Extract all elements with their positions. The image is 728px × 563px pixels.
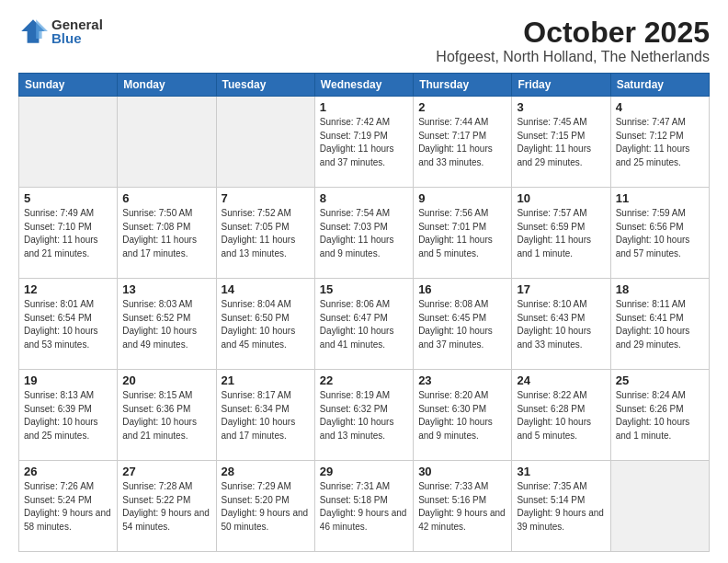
day-number: 15 [320, 282, 408, 296]
calendar-cell-w5-d7 [610, 461, 709, 552]
day-number: 29 [320, 465, 408, 478]
calendar-cell-w4-d4: 22 Sunrise: 8:19 AMSunset: 6:32 PMDaylig… [314, 370, 413, 461]
calendar-cell-w4-d6: 24 Sunrise: 8:22 AMSunset: 6:28 PMDaylig… [512, 370, 610, 461]
day-info: Sunrise: 8:04 AMSunset: 6:50 PMDaylight:… [222, 299, 296, 350]
day-number: 4 [616, 100, 704, 114]
header-sunday: Sunday [19, 74, 118, 97]
day-info: Sunrise: 7:28 AMSunset: 5:22 PMDaylight:… [122, 481, 210, 532]
day-number: 6 [122, 191, 210, 205]
day-number: 31 [517, 465, 605, 478]
day-number: 18 [616, 282, 704, 296]
calendar-cell-w5-d3: 28 Sunrise: 7:29 AMSunset: 5:20 PMDaylig… [216, 461, 314, 552]
calendar-cell-w3-d4: 15 Sunrise: 8:06 AMSunset: 6:47 PMDaylig… [314, 279, 413, 370]
day-info: Sunrise: 7:35 AMSunset: 5:14 PMDaylight:… [517, 481, 604, 532]
day-info: Sunrise: 8:15 AMSunset: 6:36 PMDaylight:… [122, 390, 197, 441]
day-info: Sunrise: 7:56 AMSunset: 7:01 PMDaylight:… [418, 208, 493, 259]
day-info: Sunrise: 7:33 AMSunset: 5:16 PMDaylight:… [418, 481, 506, 532]
calendar-cell-w1-d5: 2 Sunrise: 7:44 AMSunset: 7:17 PMDayligh… [414, 97, 512, 188]
weekday-header-row: Sunday Monday Tuesday Wednesday Thursday… [19, 74, 710, 97]
calendar-cell-w1-d1 [19, 97, 118, 188]
day-number: 2 [418, 100, 506, 114]
day-info: Sunrise: 7:47 AMSunset: 7:12 PMDaylight:… [616, 117, 690, 167]
day-info: Sunrise: 8:22 AMSunset: 6:28 PMDaylight:… [517, 390, 591, 441]
calendar-cell-w1-d4: 1 Sunrise: 7:42 AMSunset: 7:19 PMDayligh… [314, 97, 413, 188]
calendar-cell-w2-d5: 9 Sunrise: 7:56 AMSunset: 7:01 PMDayligh… [414, 188, 512, 279]
week-row-2: 5 Sunrise: 7:49 AMSunset: 7:10 PMDayligh… [19, 188, 710, 279]
day-number: 30 [418, 465, 506, 478]
calendar-cell-w4-d1: 19 Sunrise: 8:13 AMSunset: 6:39 PMDaylig… [19, 370, 118, 461]
day-info: Sunrise: 7:42 AMSunset: 7:19 PMDaylight:… [320, 117, 394, 167]
calendar-cell-w4-d3: 21 Sunrise: 8:17 AMSunset: 6:34 PMDaylig… [216, 370, 314, 461]
calendar-cell-w3-d6: 17 Sunrise: 8:10 AMSunset: 6:43 PMDaylig… [512, 279, 610, 370]
calendar-cell-w2-d4: 8 Sunrise: 7:54 AMSunset: 7:03 PMDayligh… [314, 188, 413, 279]
day-number: 3 [517, 100, 605, 114]
calendar-header: Sunday Monday Tuesday Wednesday Thursday… [19, 74, 710, 97]
day-info: Sunrise: 7:54 AMSunset: 7:03 PMDaylight:… [320, 208, 394, 259]
page: General Blue October 2025 Hofgeest, Nort… [0, 0, 728, 563]
calendar-cell-w1-d7: 4 Sunrise: 7:47 AMSunset: 7:12 PMDayligh… [610, 97, 709, 188]
day-info: Sunrise: 8:10 AMSunset: 6:43 PMDaylight:… [517, 299, 591, 350]
calendar-cell-w4-d7: 25 Sunrise: 8:24 AMSunset: 6:26 PMDaylig… [610, 370, 709, 461]
day-info: Sunrise: 8:03 AMSunset: 6:52 PMDaylight:… [122, 299, 197, 350]
day-info: Sunrise: 7:59 AMSunset: 6:56 PMDaylight:… [616, 208, 690, 259]
day-info: Sunrise: 7:49 AMSunset: 7:10 PMDaylight:… [24, 208, 98, 259]
calendar-cell-w3-d3: 14 Sunrise: 8:04 AMSunset: 6:50 PMDaylig… [216, 279, 314, 370]
calendar-cell-w5-d4: 29 Sunrise: 7:31 AMSunset: 5:18 PMDaylig… [314, 461, 413, 552]
calendar-cell-w2-d6: 10 Sunrise: 7:57 AMSunset: 6:59 PMDaylig… [512, 188, 610, 279]
day-info: Sunrise: 7:50 AMSunset: 7:08 PMDaylight:… [122, 208, 197, 259]
day-number: 22 [320, 373, 408, 387]
day-number: 23 [418, 373, 506, 387]
day-number: 27 [122, 465, 210, 478]
day-number: 7 [222, 191, 310, 205]
day-info: Sunrise: 7:31 AMSunset: 5:18 PMDaylight:… [320, 481, 407, 532]
calendar-subtitle: Hofgeest, North Holland, The Netherlands [436, 49, 710, 65]
day-info: Sunrise: 7:45 AMSunset: 7:15 PMDaylight:… [517, 117, 591, 167]
logo-icon [18, 17, 48, 46]
day-number: 12 [24, 282, 112, 296]
day-number: 21 [222, 373, 310, 387]
day-number: 17 [517, 282, 605, 296]
calendar-body: 1 Sunrise: 7:42 AMSunset: 7:19 PMDayligh… [19, 97, 710, 552]
calendar-cell-w2-d7: 11 Sunrise: 7:59 AMSunset: 6:56 PMDaylig… [610, 188, 709, 279]
calendar-table: Sunday Monday Tuesday Wednesday Thursday… [18, 73, 710, 552]
day-number: 5 [24, 191, 112, 205]
day-info: Sunrise: 7:44 AMSunset: 7:17 PMDaylight:… [418, 117, 493, 167]
logo-blue-text: Blue [51, 31, 103, 45]
week-row-3: 12 Sunrise: 8:01 AMSunset: 6:54 PMDaylig… [19, 279, 710, 370]
calendar-cell-w4-d2: 20 Sunrise: 8:15 AMSunset: 6:36 PMDaylig… [118, 370, 216, 461]
calendar-cell-w1-d6: 3 Sunrise: 7:45 AMSunset: 7:15 PMDayligh… [512, 97, 610, 188]
day-number: 26 [24, 465, 112, 478]
header: General Blue October 2025 Hofgeest, Nort… [18, 17, 710, 65]
day-number: 20 [122, 373, 210, 387]
calendar-cell-w4-d5: 23 Sunrise: 8:20 AMSunset: 6:30 PMDaylig… [414, 370, 512, 461]
calendar-cell-w5-d6: 31 Sunrise: 7:35 AMSunset: 5:14 PMDaylig… [512, 461, 610, 552]
calendar-cell-w1-d3 [216, 97, 314, 188]
title-block: October 2025 Hofgeest, North Holland, Th… [436, 17, 710, 65]
day-number: 25 [616, 373, 704, 387]
day-info: Sunrise: 8:24 AMSunset: 6:26 PMDaylight:… [616, 390, 690, 441]
calendar-cell-w3-d1: 12 Sunrise: 8:01 AMSunset: 6:54 PMDaylig… [19, 279, 118, 370]
header-tuesday: Tuesday [216, 74, 314, 97]
day-number: 14 [222, 282, 310, 296]
day-info: Sunrise: 8:19 AMSunset: 6:32 PMDaylight:… [320, 390, 394, 441]
week-row-5: 26 Sunrise: 7:26 AMSunset: 5:24 PMDaylig… [19, 461, 710, 552]
header-friday: Friday [512, 74, 610, 97]
calendar-cell-w1-d2 [118, 97, 216, 188]
calendar-cell-w3-d5: 16 Sunrise: 8:08 AMSunset: 6:45 PMDaylig… [414, 279, 512, 370]
logo-text: General Blue [51, 17, 103, 45]
day-number: 16 [418, 282, 506, 296]
calendar-cell-w2-d3: 7 Sunrise: 7:52 AMSunset: 7:05 PMDayligh… [216, 188, 314, 279]
day-number: 19 [24, 373, 112, 387]
calendar-cell-w5-d2: 27 Sunrise: 7:28 AMSunset: 5:22 PMDaylig… [118, 461, 216, 552]
header-monday: Monday [118, 74, 216, 97]
calendar-cell-w2-d2: 6 Sunrise: 7:50 AMSunset: 7:08 PMDayligh… [118, 188, 216, 279]
day-info: Sunrise: 8:13 AMSunset: 6:39 PMDaylight:… [24, 390, 98, 441]
day-info: Sunrise: 7:26 AMSunset: 5:24 PMDaylight:… [24, 481, 111, 532]
logo: General Blue [18, 17, 103, 46]
day-info: Sunrise: 7:52 AMSunset: 7:05 PMDaylight:… [222, 208, 296, 259]
day-number: 11 [616, 191, 704, 205]
day-info: Sunrise: 8:17 AMSunset: 6:34 PMDaylight:… [222, 390, 296, 441]
header-wednesday: Wednesday [314, 74, 413, 97]
day-info: Sunrise: 7:29 AMSunset: 5:20 PMDaylight:… [222, 481, 309, 532]
calendar-cell-w5-d1: 26 Sunrise: 7:26 AMSunset: 5:24 PMDaylig… [19, 461, 118, 552]
